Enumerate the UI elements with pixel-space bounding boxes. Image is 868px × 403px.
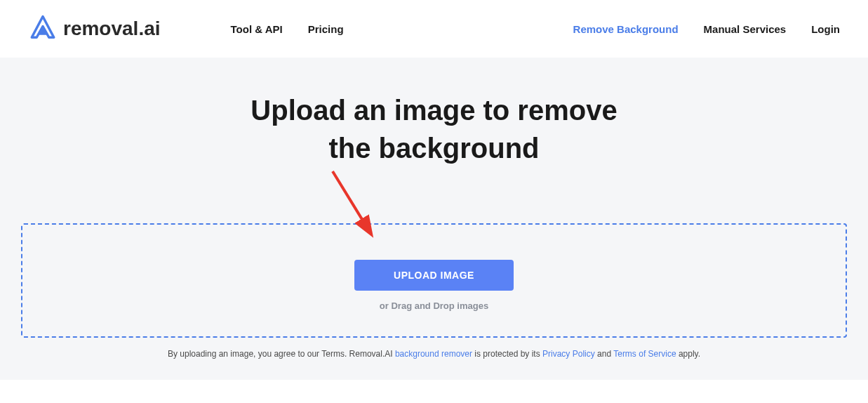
nav-pricing[interactable]: Pricing bbox=[308, 23, 344, 35]
link-privacy-policy[interactable]: Privacy Policy bbox=[542, 349, 595, 359]
logo-icon bbox=[28, 14, 58, 44]
nav-tool-api[interactable]: Tool & API bbox=[231, 23, 283, 35]
upload-dropzone[interactable]: UPLOAD IMAGE or Drag and Drop images bbox=[21, 223, 847, 338]
logo[interactable]: removal.ai bbox=[28, 14, 161, 44]
hero: Upload an image to remove the background… bbox=[0, 58, 868, 380]
nav-remove-background[interactable]: Remove Background bbox=[573, 23, 679, 35]
nav-right: Remove Background Manual Services Login bbox=[573, 23, 840, 35]
link-terms-of-service[interactable]: Terms of Service bbox=[613, 349, 676, 359]
hero-title-line2: the background bbox=[328, 133, 539, 164]
drag-drop-text: or Drag and Drop images bbox=[36, 300, 832, 311]
svg-line-1 bbox=[333, 171, 370, 233]
nav-login[interactable]: Login bbox=[811, 23, 840, 35]
nav-manual-services[interactable]: Manual Services bbox=[704, 23, 787, 35]
hero-title: Upload an image to remove the background bbox=[21, 91, 847, 167]
upload-image-button[interactable]: UPLOAD IMAGE bbox=[354, 260, 514, 291]
terms-mid1: is protected by its bbox=[472, 349, 542, 359]
terms-mid2: and bbox=[595, 349, 613, 359]
arrow-annotation-icon bbox=[326, 166, 389, 250]
nav-left: Tool & API Pricing bbox=[231, 23, 344, 35]
terms-suffix: apply. bbox=[676, 349, 700, 359]
header: removal.ai Tool & API Pricing Remove Bac… bbox=[0, 0, 868, 58]
logo-text: removal.ai bbox=[63, 18, 161, 40]
hero-title-line1: Upload an image to remove bbox=[251, 95, 617, 126]
terms-prefix: By uploading an image, you agree to our … bbox=[168, 349, 395, 359]
terms-text: By uploading an image, you agree to our … bbox=[21, 349, 847, 359]
link-background-remover[interactable]: background remover bbox=[395, 349, 472, 359]
